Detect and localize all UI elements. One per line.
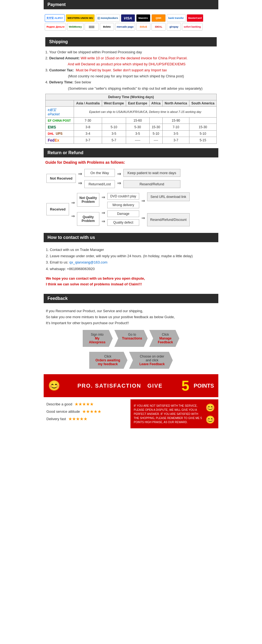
- result-arrows: ⇒ ⇒: [117, 171, 121, 186]
- yandex-logo: Яндекс Деньги: [45, 23, 66, 31]
- not-received-diagram: Not Received ⇒ ⇒ On the Way Returned/Los…: [44, 167, 218, 229]
- east-europe-col-header: East Europe: [126, 100, 149, 106]
- wait-more-days-box: Keep patient to wait more days: [123, 169, 180, 177]
- rating-row-3: Delivery fast ★★★★★: [46, 416, 128, 421]
- step-go-to-colored: Transactions: [122, 336, 142, 340]
- feedback-steps-row2: Click Orders awaitingmy feedback Choose …: [44, 350, 218, 371]
- visa-logo: VISA: [121, 14, 135, 22]
- ems-logo-cell: EMS: [46, 124, 74, 130]
- shipping-point-1: 1. Your Order will be shipped within Pro…: [45, 49, 217, 55]
- dhl-logo-cell: DHL UPS: [46, 130, 74, 137]
- chinapost-asia: 7-30: [74, 117, 102, 124]
- declared-amount-text2: And will Declared as product price which…: [68, 62, 185, 66]
- resend-refund-discount-box: Resend/Refund/Discount: [147, 213, 189, 226]
- dhl-west-eu: 3-5: [102, 130, 126, 137]
- final-result-boxes: Send URL download link Resend/Refund/Dis…: [147, 192, 189, 226]
- stars-2: ★★★★★: [82, 409, 101, 414]
- customer-tax-label: Customer Tax:: [49, 68, 74, 72]
- fedex-south-am: 5-15: [189, 137, 216, 144]
- dhl-logo-text: DHL: [48, 132, 54, 135]
- feedback-intro-line1: If you Recommand our Product, our Servic…: [46, 308, 216, 314]
- step-click-text: Click: [157, 333, 174, 336]
- webmoney-logo: WebMoney: [67, 23, 83, 31]
- p-arrow-3: ⇒: [102, 219, 105, 224]
- contact-header: How to contact with us: [44, 233, 218, 242]
- epacket-note: Epacket can ship to USA/AU/UK/FR/UA/CA, …: [74, 106, 217, 117]
- alipay-logo: 支付宝 ALIPAY: [45, 14, 65, 22]
- south-america-col-header: South America: [189, 100, 216, 106]
- rating-row-1: Describe a good ★★★★★: [46, 402, 128, 407]
- sofort-logo: sofort banking: [182, 23, 203, 31]
- step-manage-colored: ManageFeedback: [157, 336, 174, 344]
- rating-section: Describe a good ★★★★★ Good service attit…: [44, 399, 218, 428]
- stars-3: ★★★★★: [68, 416, 87, 421]
- moneybookers-logo: ((( moneybookers: [96, 14, 120, 22]
- not-received-flow: Not Received ⇒ ⇒ On the Way Returned/Los…: [46, 169, 216, 188]
- quality-defect-box: Quality defect: [107, 219, 139, 226]
- dhl-south-am: 5-10: [189, 130, 216, 137]
- delivery-table: Delivery Time (Working days) Asia / Aust…: [45, 94, 217, 144]
- received-flow: Received ⇒ ⇒ Not QualityProblem QualityP…: [46, 192, 216, 226]
- step-choose-order: Choose on orderand click Leave Feedback: [129, 352, 173, 369]
- ups-logo-text: UPS: [56, 132, 62, 136]
- fedex-row: FedEx 3-7 5-7 ----- ---- 3-7 5-15: [46, 137, 217, 144]
- payment-header: Payment: [44, 0, 218, 9]
- arrow-right-1: ⇒: [78, 171, 82, 177]
- guide-title: Guide for Dealing with Problems as follo…: [45, 160, 217, 165]
- banner-five: 5: [181, 377, 189, 394]
- smiley-icon-2: 😊: [206, 402, 215, 414]
- dhl-africa: 5-10: [149, 130, 162, 137]
- not-quality-problem-box: Not QualityProblem: [77, 193, 99, 207]
- quality-problem-box: QualityProblem: [77, 212, 99, 226]
- send-url-box: Send URL download link: [147, 192, 189, 201]
- return-header: Return or Refund: [44, 148, 218, 157]
- step-sign-in-text: Sign into: [87, 333, 107, 336]
- shipping-text: 1. Your Order will be shipped within Pro…: [45, 49, 217, 92]
- not-received-box: Not Received: [46, 174, 76, 183]
- ems-east-eu: 5-30: [126, 124, 149, 130]
- sub-problem-boxes: DVD couldn't play Wrong delivery Damage …: [107, 193, 139, 226]
- banner-text: PRO. SATISFACTION GIVE: [63, 383, 177, 389]
- rating-label-3: Delivery fast: [46, 417, 66, 421]
- p-arrow-2: ⇒: [102, 210, 105, 215]
- epacket-row: e邮宝ePacket Epacket can ship to USA/AU/UK…: [46, 106, 217, 117]
- received-arrows-col: ⇒ ⇒: [71, 200, 75, 219]
- giropay-logo: giropay: [167, 23, 181, 31]
- carrier-col-header: [46, 100, 74, 106]
- wrong-delivery-box: Wrong delivery: [107, 202, 139, 208]
- smiley-icon: 😊: [48, 380, 60, 391]
- step-go-to: Go to Transactions: [114, 330, 148, 347]
- payment-section: Payment 支付宝 ALIPAY WESTERN UNION WU ((( …: [44, 0, 218, 33]
- ems-africa: 15-30: [149, 124, 162, 130]
- boleto-logo: Boleto: [100, 23, 114, 31]
- step-leave-colored: Leave Feedback: [137, 362, 167, 366]
- on-the-way-box: On the Way: [84, 169, 115, 177]
- arrow-right-2: ⇒: [78, 180, 82, 186]
- feedback-intro-line2: So take you one more mintues to leave us…: [46, 314, 216, 320]
- shipping-point-3: 3. Customer Tax: Must be Paid by buyer. …: [45, 67, 217, 79]
- qiwi-logo: QIWI: [151, 14, 166, 22]
- africa-col-header: Africa: [149, 100, 162, 106]
- delivery-time-label: Delivery Time:: [49, 80, 73, 84]
- rating-label-2: Good service attitude: [46, 409, 80, 414]
- emphasis-line-1: We hope you can contact with us before y…: [46, 276, 216, 282]
- arrow-right-3: ⇒: [117, 171, 121, 177]
- rating-row-2: Good service attitude ★★★★★: [46, 409, 128, 414]
- chinapost-west-eu: [102, 117, 126, 124]
- barcode-logo: ||||||||: [85, 23, 99, 31]
- f-arrow-1: ⇒: [141, 198, 145, 203]
- maestro-logo: Maestro: [136, 14, 150, 22]
- chinapost-africa: [149, 117, 162, 124]
- rating-label-1: Describe a good: [46, 402, 72, 406]
- result-boxes: Keep patient to wait more days Resend/Re…: [123, 169, 180, 188]
- arrow-down-1: ⇒: [71, 213, 75, 219]
- chinapost-south-am: [189, 117, 216, 124]
- feedback-intro-line3: It's Important for other buyers purchase…: [46, 320, 216, 326]
- satisfaction-banner: 😊 PRO. SATISFACTION GIVE 5 POINTS: [44, 374, 218, 397]
- not-received-arrows: ⇒ ⇒: [78, 171, 82, 186]
- ems-logo-text: EMS: [48, 125, 56, 129]
- delivery-time-text: See below: [75, 80, 91, 84]
- ems-row: EMS 3-8 5-10 5-30 15-30 7-10 15-30: [46, 124, 217, 130]
- contact-text: 1. Contact with us on Trade Manager 2. L…: [44, 245, 218, 274]
- asia-col-header: Asia / Australia: [74, 100, 102, 106]
